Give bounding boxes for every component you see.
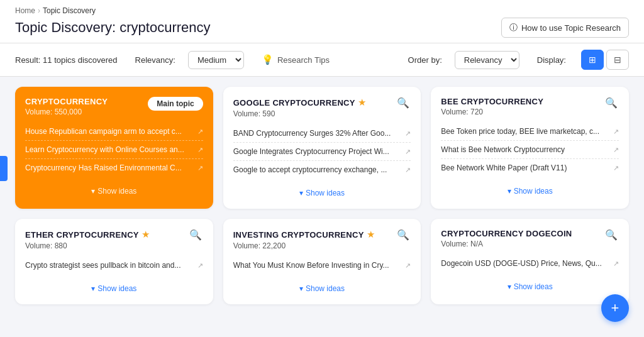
top-bar: Home › Topic Discovery Topic Discovery: … bbox=[0, 0, 644, 43]
info-icon: ⓘ bbox=[509, 22, 518, 33]
chevron-down-icon: ▾ bbox=[299, 284, 303, 293]
card-search-button-4[interactable]: 🔍 bbox=[396, 229, 411, 241]
show-ideas-label: Show ideas bbox=[514, 187, 553, 196]
card-search-button-5[interactable]: 🔍 bbox=[604, 229, 619, 241]
card-header-5: CRYPTOCURRENCY DOGECOINVolume: N/A🔍 bbox=[441, 229, 619, 248]
display-buttons: ⊞ ⊟ bbox=[581, 50, 629, 70]
article-item-3-0[interactable]: Crypto strategist sees pullback in bitco… bbox=[25, 257, 203, 274]
card-volume-3: Volume: 880 bbox=[25, 241, 188, 250]
show-ideas-button-4[interactable]: ▾Show ideas bbox=[233, 283, 411, 294]
relevancy-select[interactable]: Low Medium High bbox=[188, 51, 244, 69]
breadcrumb-home[interactable]: Home bbox=[15, 6, 35, 15]
card-volume-4: Volume: 22,200 bbox=[233, 241, 396, 250]
topic-card-2: BEE CRYPTOCURRENCYVolume: 720🔍Bee Token … bbox=[431, 87, 629, 209]
article-text: What is Bee Network Cryptocurrency bbox=[441, 145, 611, 154]
chevron-down-icon: ▾ bbox=[508, 187, 511, 196]
card-title-0: CRYPTOCURRENCY bbox=[25, 97, 108, 106]
show-ideas-label: Show ideas bbox=[97, 284, 136, 293]
external-link-icon: ↗ bbox=[613, 260, 619, 268]
article-item-0-0[interactable]: House Republican campaign arm to accept … bbox=[25, 123, 203, 141]
how-to-button[interactable]: ⓘ How to use Topic Research bbox=[501, 18, 629, 38]
article-item-2-0[interactable]: Bee Token price today, BEE live marketca… bbox=[441, 123, 619, 141]
page-header: Topic Discovery: cryptocurrency ⓘ How to… bbox=[15, 18, 629, 38]
card-header-2: BEE CRYPTOCURRENCYVolume: 720🔍 bbox=[441, 97, 619, 116]
topic-card-0: CRYPTOCURRENCYVolume: 550,000Main topicH… bbox=[15, 87, 213, 209]
card-search-button-1[interactable]: 🔍 bbox=[396, 97, 411, 109]
card-header-3: ETHER CRYPTOCURRENCY★Volume: 880🔍 bbox=[25, 229, 203, 250]
article-text: Cryptocurrency Has Raised Environmental … bbox=[25, 163, 195, 172]
breadcrumb: Home › Topic Discovery bbox=[15, 6, 629, 15]
show-ideas-button-2[interactable]: ▾Show ideas bbox=[441, 185, 619, 197]
bulb-icon: 💡 bbox=[262, 54, 274, 65]
article-text: Bee Network White Paper (Draft V11) bbox=[441, 163, 611, 172]
fab-button[interactable]: + bbox=[601, 294, 629, 322]
article-text: Dogecoin USD (DOGE-USD) Price, News, Qu.… bbox=[441, 259, 611, 268]
chevron-down-icon: ▾ bbox=[299, 189, 303, 197]
card-search-button-3[interactable]: 🔍 bbox=[188, 229, 203, 241]
external-link-icon: ↗ bbox=[197, 128, 203, 136]
article-text: What You Must Know Before Investing in C… bbox=[233, 261, 403, 270]
topic-card-5: CRYPTOCURRENCY DOGECOINVolume: N/A🔍Dogec… bbox=[431, 219, 629, 304]
breadcrumb-current: Topic Discovery bbox=[43, 6, 96, 15]
results-label: Result: 11 topics discovered bbox=[15, 55, 118, 65]
article-item-1-1[interactable]: Google Integrates Cryptocurrency Project… bbox=[233, 143, 411, 161]
grid-view-button[interactable]: ⊞ bbox=[581, 50, 604, 70]
article-item-1-0[interactable]: BAND Cryptocurrency Surges 32% After Goo… bbox=[233, 124, 411, 143]
external-link-icon: ↗ bbox=[613, 164, 619, 172]
article-item-0-2[interactable]: Cryptocurrency Has Raised Environmental … bbox=[25, 159, 203, 177]
card-header-4: INVESTING CRYPTOCURRENCY★Volume: 22,200🔍 bbox=[233, 229, 411, 250]
breadcrumb-separator: › bbox=[38, 6, 40, 15]
card-volume-0: Volume: 550,000 bbox=[25, 108, 148, 116]
research-tips-btn[interactable]: 💡 Research Tips bbox=[262, 54, 330, 65]
article-text: BAND Cryptocurrency Surges 32% After Goo… bbox=[233, 129, 403, 138]
article-item-2-1[interactable]: What is Bee Network Cryptocurrency↗ bbox=[441, 141, 619, 159]
external-link-icon: ↗ bbox=[405, 166, 411, 174]
display-label: Display: bbox=[537, 55, 566, 65]
article-item-1-2[interactable]: Google to accept cryptocurrency exchange… bbox=[233, 161, 411, 179]
card-title-5: CRYPTOCURRENCY DOGECOIN bbox=[441, 229, 572, 238]
article-item-2-2[interactable]: Bee Network White Paper (Draft V11)↗ bbox=[441, 159, 619, 177]
article-text: Google Integrates Cryptocurrency Project… bbox=[233, 147, 403, 156]
article-item-0-1[interactable]: Learn Cryptocurrency with Online Courses… bbox=[25, 141, 203, 159]
card-header-0: CRYPTOCURRENCYVolume: 550,000Main topic bbox=[25, 97, 203, 116]
list-view-button[interactable]: ⊟ bbox=[606, 50, 629, 70]
star-icon-4: ★ bbox=[367, 229, 375, 240]
card-volume-5: Volume: N/A bbox=[441, 240, 604, 248]
article-text: Google to accept cryptocurrency exchange… bbox=[233, 165, 403, 174]
card-header-1: GOOGLE CRYPTOCURRENCY★Volume: 590🔍 bbox=[233, 97, 411, 118]
card-title-2: BEE CRYPTOCURRENCY bbox=[441, 97, 543, 106]
external-link-icon: ↗ bbox=[613, 146, 619, 154]
article-text: Crypto strategist sees pullback in bitco… bbox=[25, 261, 195, 270]
show-ideas-label: Show ideas bbox=[514, 282, 553, 291]
order-by-select[interactable]: Relevancy Volume Difficulty bbox=[455, 51, 519, 69]
article-item-4-0[interactable]: What You Must Know Before Investing in C… bbox=[233, 257, 411, 274]
show-ideas-button-0[interactable]: ▾Show ideas bbox=[25, 185, 203, 197]
external-link-icon: ↗ bbox=[197, 262, 203, 270]
external-link-icon: ↗ bbox=[613, 128, 619, 136]
star-icon-3: ★ bbox=[142, 229, 150, 240]
external-link-icon: ↗ bbox=[405, 262, 411, 270]
topic-card-3: ETHER CRYPTOCURRENCY★Volume: 880🔍Crypto … bbox=[15, 219, 213, 304]
article-text: Bee Token price today, BEE live marketca… bbox=[441, 127, 611, 136]
article-text: House Republican campaign arm to accept … bbox=[25, 127, 195, 136]
show-ideas-label: Show ideas bbox=[97, 187, 136, 196]
left-edge-tab bbox=[0, 156, 8, 181]
order-by-label: Order by: bbox=[408, 55, 442, 65]
topic-card-4: INVESTING CRYPTOCURRENCY★Volume: 22,200🔍… bbox=[223, 219, 421, 304]
show-ideas-button-1[interactable]: ▾Show ideas bbox=[233, 187, 411, 199]
card-title-1: GOOGLE CRYPTOCURRENCY bbox=[233, 98, 355, 108]
relevancy-label: Relevancy: bbox=[135, 55, 175, 65]
main-topic-badge: Main topic bbox=[148, 97, 203, 111]
external-link-icon: ↗ bbox=[405, 148, 411, 156]
show-ideas-button-3[interactable]: ▾Show ideas bbox=[25, 283, 203, 294]
external-link-icon: ↗ bbox=[405, 130, 411, 138]
topic-card-1: GOOGLE CRYPTOCURRENCY★Volume: 590🔍BAND C… bbox=[223, 87, 421, 209]
card-search-button-2[interactable]: 🔍 bbox=[604, 97, 619, 109]
card-title-3: ETHER CRYPTOCURRENCY bbox=[25, 230, 139, 240]
card-title-4: INVESTING CRYPTOCURRENCY bbox=[233, 230, 364, 240]
card-volume-2: Volume: 720 bbox=[441, 108, 604, 116]
chevron-down-icon: ▾ bbox=[508, 282, 511, 291]
chevron-down-icon: ▾ bbox=[91, 187, 95, 196]
article-item-5-0[interactable]: Dogecoin USD (DOGE-USD) Price, News, Qu.… bbox=[441, 255, 619, 272]
show-ideas-button-5[interactable]: ▾Show ideas bbox=[441, 281, 619, 292]
